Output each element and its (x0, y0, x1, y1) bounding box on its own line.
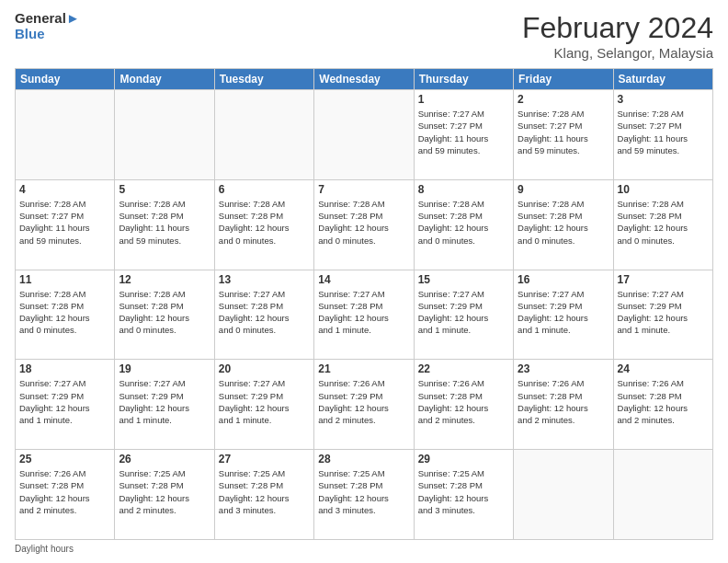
day-number: 27 (219, 453, 310, 465)
calendar-cell: 22Sunrise: 7:26 AM Sunset: 7:28 PM Dayli… (414, 360, 513, 450)
day-number: 11 (19, 273, 110, 286)
day-number: 15 (418, 273, 509, 286)
calendar-cell: 15Sunrise: 7:27 AM Sunset: 7:29 PM Dayli… (414, 270, 513, 360)
calendar-table: SundayMondayTuesdayWednesdayThursdayFrid… (15, 68, 713, 540)
day-number: 19 (119, 362, 210, 375)
calendar-cell: 27Sunrise: 7:25 AM Sunset: 7:28 PM Dayli… (214, 450, 313, 540)
weekday-header-wednesday: Wednesday (314, 69, 414, 90)
day-number: 7 (318, 183, 409, 196)
title-area: February 2024 Klang, Selangor, Malaysia (522, 11, 713, 61)
day-info: Sunrise: 7:27 AM Sunset: 7:27 PM Dayligh… (418, 108, 509, 156)
day-number: 26 (119, 453, 210, 465)
day-number: 8 (418, 183, 509, 196)
day-number: 13 (219, 273, 310, 286)
day-info: Sunrise: 7:26 AM Sunset: 7:29 PM Dayligh… (318, 377, 409, 426)
weekday-header-row: SundayMondayTuesdayWednesdayThursdayFrid… (16, 69, 713, 90)
day-info: Sunrise: 7:28 AM Sunset: 7:27 PM Dayligh… (19, 198, 110, 247)
footer-note: Daylight hours (15, 544, 713, 554)
calendar-cell: 13Sunrise: 7:27 AM Sunset: 7:28 PM Dayli… (214, 270, 313, 360)
day-info: Sunrise: 7:28 AM Sunset: 7:28 PM Dayligh… (518, 198, 609, 247)
calendar-cell: 29Sunrise: 7:25 AM Sunset: 7:28 PM Dayli… (414, 450, 513, 540)
day-number: 23 (518, 362, 609, 375)
weekday-header-sunday: Sunday (16, 69, 115, 90)
calendar-cell (514, 450, 613, 540)
day-number: 1 (418, 93, 509, 106)
day-info: Sunrise: 7:25 AM Sunset: 7:28 PM Dayligh… (219, 467, 310, 516)
week-row-2: 11Sunrise: 7:28 AM Sunset: 7:28 PM Dayli… (16, 270, 713, 360)
week-row-0: 1Sunrise: 7:27 AM Sunset: 7:27 PM Daylig… (16, 90, 713, 180)
calendar-cell: 9Sunrise: 7:28 AM Sunset: 7:28 PM Daylig… (514, 179, 613, 270)
day-number: 12 (119, 273, 210, 286)
calendar-cell: 5Sunrise: 7:28 AM Sunset: 7:28 PM Daylig… (115, 179, 214, 270)
day-info: Sunrise: 7:28 AM Sunset: 7:28 PM Dayligh… (618, 198, 709, 247)
calendar-subtitle: Klang, Selangor, Malaysia (522, 45, 713, 61)
day-number: 21 (318, 362, 409, 375)
day-info: Sunrise: 7:28 AM Sunset: 7:28 PM Dayligh… (418, 198, 509, 247)
week-row-3: 18Sunrise: 7:27 AM Sunset: 7:29 PM Dayli… (16, 360, 713, 450)
calendar-cell: 25Sunrise: 7:26 AM Sunset: 7:28 PM Dayli… (16, 450, 115, 540)
day-info: Sunrise: 7:26 AM Sunset: 7:28 PM Dayligh… (618, 377, 709, 426)
calendar-cell: 24Sunrise: 7:26 AM Sunset: 7:28 PM Dayli… (613, 360, 712, 450)
day-info: Sunrise: 7:25 AM Sunset: 7:28 PM Dayligh… (318, 467, 409, 516)
day-number: 9 (518, 183, 609, 196)
day-number: 25 (19, 453, 110, 465)
calendar-cell: 16Sunrise: 7:27 AM Sunset: 7:29 PM Dayli… (514, 270, 613, 360)
day-info: Sunrise: 7:27 AM Sunset: 7:29 PM Dayligh… (19, 377, 110, 426)
weekday-header-saturday: Saturday (613, 69, 712, 90)
day-number: 18 (19, 362, 110, 375)
calendar-cell: 20Sunrise: 7:27 AM Sunset: 7:29 PM Dayli… (214, 360, 313, 450)
day-info: Sunrise: 7:28 AM Sunset: 7:28 PM Dayligh… (119, 198, 210, 247)
calendar-cell (613, 450, 712, 540)
day-info: Sunrise: 7:27 AM Sunset: 7:28 PM Dayligh… (219, 288, 310, 337)
calendar-cell: 21Sunrise: 7:26 AM Sunset: 7:29 PM Dayli… (314, 360, 414, 450)
logo-blue: Blue (15, 27, 80, 42)
calendar-cell: 14Sunrise: 7:27 AM Sunset: 7:28 PM Dayli… (314, 270, 414, 360)
day-number: 28 (318, 453, 409, 465)
calendar-cell: 17Sunrise: 7:27 AM Sunset: 7:29 PM Dayli… (613, 270, 712, 360)
calendar-cell (314, 90, 414, 180)
day-info: Sunrise: 7:27 AM Sunset: 7:29 PM Dayligh… (618, 288, 709, 337)
day-number: 20 (219, 362, 310, 375)
day-info: Sunrise: 7:28 AM Sunset: 7:27 PM Dayligh… (518, 108, 609, 156)
day-info: Sunrise: 7:28 AM Sunset: 7:28 PM Dayligh… (318, 198, 409, 247)
day-info: Sunrise: 7:28 AM Sunset: 7:28 PM Dayligh… (19, 288, 110, 337)
calendar-cell: 18Sunrise: 7:27 AM Sunset: 7:29 PM Dayli… (16, 360, 115, 450)
calendar-cell: 8Sunrise: 7:28 AM Sunset: 7:28 PM Daylig… (414, 179, 513, 270)
week-row-1: 4Sunrise: 7:28 AM Sunset: 7:27 PM Daylig… (16, 179, 713, 270)
day-number: 14 (318, 273, 409, 286)
calendar-cell: 6Sunrise: 7:28 AM Sunset: 7:28 PM Daylig… (214, 179, 313, 270)
day-number: 10 (618, 183, 709, 196)
calendar-title: February 2024 (522, 11, 713, 45)
weekday-header-thursday: Thursday (414, 69, 513, 90)
calendar-cell: 4Sunrise: 7:28 AM Sunset: 7:27 PM Daylig… (16, 179, 115, 270)
day-info: Sunrise: 7:27 AM Sunset: 7:29 PM Dayligh… (119, 377, 210, 426)
calendar-cell: 28Sunrise: 7:25 AM Sunset: 7:28 PM Dayli… (314, 450, 414, 540)
logo-container: General► Blue (15, 11, 80, 41)
logo: General► Blue (15, 11, 80, 41)
calendar-cell: 19Sunrise: 7:27 AM Sunset: 7:29 PM Dayli… (115, 360, 214, 450)
day-info: Sunrise: 7:28 AM Sunset: 7:28 PM Dayligh… (219, 198, 310, 247)
day-number: 4 (19, 183, 110, 196)
calendar-cell: 12Sunrise: 7:28 AM Sunset: 7:28 PM Dayli… (115, 270, 214, 360)
day-number: 5 (119, 183, 210, 196)
day-info: Sunrise: 7:27 AM Sunset: 7:29 PM Dayligh… (518, 288, 609, 337)
calendar-cell: 10Sunrise: 7:28 AM Sunset: 7:28 PM Dayli… (613, 179, 712, 270)
calendar-cell (115, 90, 214, 180)
day-info: Sunrise: 7:27 AM Sunset: 7:29 PM Dayligh… (219, 377, 310, 426)
day-number: 22 (418, 362, 509, 375)
calendar-cell: 3Sunrise: 7:28 AM Sunset: 7:27 PM Daylig… (613, 90, 712, 180)
day-number: 2 (518, 93, 609, 106)
calendar-cell: 1Sunrise: 7:27 AM Sunset: 7:27 PM Daylig… (414, 90, 513, 180)
calendar-cell: 7Sunrise: 7:28 AM Sunset: 7:28 PM Daylig… (314, 179, 414, 270)
weekday-header-friday: Friday (514, 69, 613, 90)
weekday-header-tuesday: Tuesday (214, 69, 313, 90)
day-info: Sunrise: 7:25 AM Sunset: 7:28 PM Dayligh… (418, 467, 509, 516)
day-number: 29 (418, 453, 509, 465)
calendar-cell (16, 90, 115, 180)
weekday-header-monday: Monday (115, 69, 214, 90)
day-info: Sunrise: 7:28 AM Sunset: 7:28 PM Dayligh… (119, 288, 210, 337)
calendar-cell: 11Sunrise: 7:28 AM Sunset: 7:28 PM Dayli… (16, 270, 115, 360)
week-row-4: 25Sunrise: 7:26 AM Sunset: 7:28 PM Dayli… (16, 450, 713, 540)
calendar-cell (214, 90, 313, 180)
day-number: 3 (618, 93, 709, 106)
